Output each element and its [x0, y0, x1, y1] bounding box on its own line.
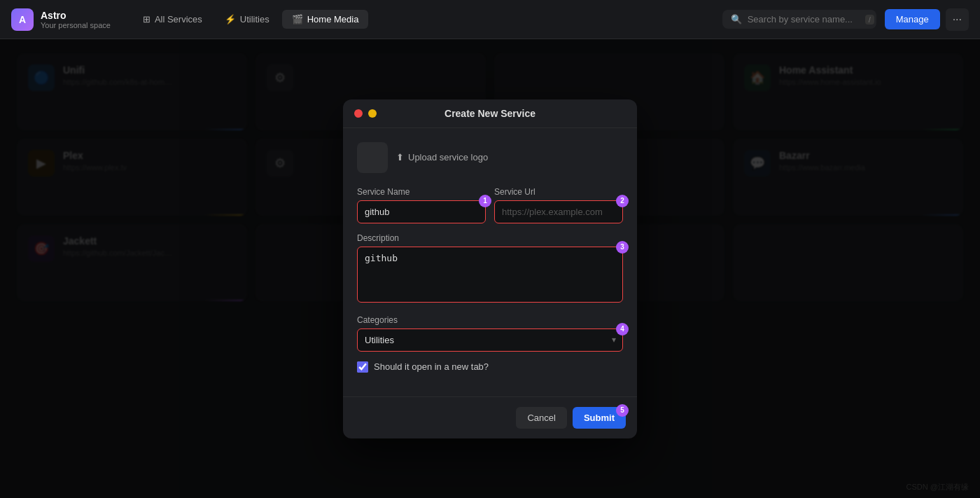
badge-4: 4	[616, 323, 629, 336]
upload-label[interactable]: ⬆ Upload service logo	[396, 152, 488, 162]
nav-tabs: ⊞ All Services ⚡ Utilities 🎬 Home Media	[133, 10, 722, 29]
upload-area: ⬆ Upload service logo	[357, 142, 623, 173]
tab-all-label: All Services	[155, 14, 202, 25]
description-group: Description github 3	[357, 233, 623, 305]
service-name-label: Service Name	[357, 187, 486, 197]
tab-utilities-label: Utilities	[240, 14, 270, 25]
service-url-input[interactable]	[494, 200, 623, 223]
modal-controls	[354, 109, 377, 118]
search-area: 🔍 /	[722, 10, 876, 29]
search-icon: 🔍	[731, 14, 742, 25]
service-url-group: Service Url 2	[494, 187, 623, 223]
service-name-input[interactable]	[357, 200, 486, 223]
new-tab-label[interactable]: Should it open in a new tab?	[374, 361, 489, 372]
upload-icon: ⬆	[396, 152, 404, 162]
badge-2: 2	[616, 195, 629, 207]
tab-utilities[interactable]: ⚡ Utilities	[215, 10, 279, 29]
tab-home-media[interactable]: 🎬 Home Media	[282, 10, 369, 29]
logo-preview	[357, 142, 388, 173]
logo-area: A Astro Your personal space	[11, 8, 111, 31]
service-url-wrapper: 2	[494, 200, 623, 223]
topbar: A Astro Your personal space ⊞ All Servic…	[0, 0, 980, 39]
cancel-button[interactable]: Cancel	[516, 407, 566, 429]
submit-wrapper: Submit 5	[573, 407, 626, 429]
logo-text: Astro Your personal space	[41, 10, 111, 29]
description-wrapper: github 3	[357, 247, 623, 305]
categories-wrapper: Utilities Home Media All Services ▾ 4	[357, 328, 623, 352]
grid-icon: ⊞	[143, 14, 150, 25]
create-service-modal: Create New Service ⬆ Upload service logo…	[343, 99, 637, 438]
badge-3: 3	[616, 241, 629, 254]
more-button[interactable]: ···	[946, 8, 969, 31]
app-subtitle: Your personal space	[41, 21, 111, 29]
modal-close-button[interactable]	[354, 109, 363, 118]
badge-1: 1	[479, 195, 491, 207]
search-shortcut: /	[865, 15, 874, 25]
new-tab-checkbox[interactable]	[357, 361, 368, 373]
modal-body: ⬆ Upload service logo Service Name 1 Ser…	[343, 128, 637, 396]
manage-button[interactable]: Manage	[885, 9, 940, 29]
modal-minimize-button[interactable]	[368, 109, 377, 118]
upload-text: Upload service logo	[408, 152, 488, 162]
service-name-wrapper: 1	[357, 200, 486, 223]
modal-header: Create New Service	[343, 99, 637, 128]
modal-title: Create New Service	[444, 108, 536, 119]
tab-all-services[interactable]: ⊞ All Services	[133, 10, 212, 29]
service-name-group: Service Name 1	[357, 187, 486, 223]
description-input[interactable]: github	[357, 247, 623, 303]
categories-select[interactable]: Utilities Home Media All Services	[357, 328, 623, 352]
search-input[interactable]	[748, 14, 860, 25]
modal-overlay: Create New Service ⬆ Upload service logo…	[0, 39, 980, 498]
app-title: Astro	[41, 10, 111, 21]
home-media-icon: 🎬	[292, 14, 303, 25]
categories-group: Categories Utilities Home Media All Serv…	[357, 315, 623, 352]
modal-footer: Cancel Submit 5	[343, 396, 637, 438]
tab-home-media-label: Home Media	[307, 14, 359, 25]
service-url-label: Service Url	[494, 187, 623, 197]
name-url-row: Service Name 1 Service Url 2	[357, 187, 623, 223]
app-logo-icon: A	[11, 8, 34, 31]
new-tab-row: Should it open in a new tab?	[357, 361, 623, 373]
description-label: Description	[357, 233, 623, 243]
utilities-icon: ⚡	[225, 14, 236, 25]
badge-5: 5	[616, 404, 629, 417]
categories-label: Categories	[357, 315, 623, 325]
